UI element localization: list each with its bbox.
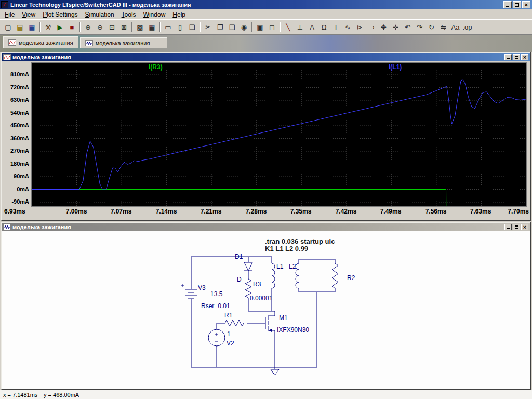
resistor-r2[interactable] — [332, 263, 338, 288]
tab-bar: моделька зажиганиямоделька зажигания — [0, 35, 532, 48]
y-axis-labels: 810mA720mA630mA540mA450mA360mA270mA180mA… — [2, 61, 30, 209]
paste-button[interactable]: ❑ — [226, 21, 238, 33]
inductor-button[interactable]: ∿ — [342, 21, 354, 33]
zoom-full-extents-button[interactable]: ⊠ — [118, 21, 130, 33]
minimize-icon — [506, 6, 509, 7]
restore-icon — [515, 56, 518, 59]
waveform-plot-area[interactable]: 810mA720mA630mA540mA450mA360mA270mA180mA… — [2, 61, 530, 220]
zoom-area-button[interactable]: ⊡ — [106, 21, 118, 33]
redo-button[interactable]: ↷ — [414, 21, 425, 33]
rotate-button[interactable]: ↻ — [425, 21, 437, 33]
battery-v3[interactable] — [181, 284, 197, 299]
save-file-button[interactable]: ▦ — [26, 21, 38, 33]
tab-1-waveform[interactable]: моделька зажигания — [3, 36, 78, 48]
waveform-restore-button[interactable] — [513, 54, 520, 60]
tile-vertical-button[interactable]: ▯ — [174, 21, 186, 33]
spice-directive-coupling[interactable]: K1 L1 L2 0.99 — [265, 245, 308, 252]
label-net-button[interactable]: A — [306, 21, 318, 33]
inductor-l2[interactable] — [296, 263, 299, 288]
waveform-close-button[interactable]: × — [521, 54, 528, 60]
tile-horizontal-button[interactable]: ▭ — [162, 21, 174, 33]
ltspice-application-window: Linear Technology LTspice/SwitcherCAD II… — [0, 0, 532, 399]
waveform-window-titlebar[interactable]: моделька зажигания × — [2, 53, 530, 61]
waveform-window-icon — [3, 54, 11, 60]
capacitor-button[interactable]: ǂ — [330, 21, 342, 33]
run-simulation-button[interactable]: ▶ — [54, 21, 66, 33]
drag-button[interactable]: ✛ — [390, 21, 402, 33]
plot-canvas[interactable]: I(R3)I(L1) — [31, 62, 527, 207]
resistor-r1[interactable] — [225, 320, 244, 326]
schematic-close-button[interactable]: × — [521, 224, 528, 230]
label-l2: L2 — [289, 263, 296, 270]
print-preview-button[interactable]: ◻ — [266, 21, 278, 33]
move-button[interactable]: ✥ — [378, 21, 390, 33]
mosfet-m1[interactable] — [265, 315, 272, 332]
menu-tools[interactable]: Tools — [118, 10, 140, 19]
legend-ir3[interactable]: I(R3) — [149, 63, 163, 71]
grid-toggle-button[interactable]: ▩ — [134, 21, 146, 33]
close-button[interactable]: × — [522, 1, 530, 8]
diode-button[interactable]: ⊳ — [354, 21, 366, 33]
inductor-l1[interactable] — [272, 263, 275, 288]
diode-d1[interactable] — [244, 262, 252, 271]
label-r1-value: 1 — [227, 330, 231, 338]
copy-button[interactable]: ❐ — [214, 21, 226, 33]
menu-simulation[interactable]: Simulation — [82, 10, 118, 19]
label-v3-rser: Rser=0.01 — [201, 302, 230, 310]
schematic-restore-button[interactable] — [513, 224, 520, 230]
ground-button[interactable]: ⊥ — [294, 21, 306, 33]
schematic-canvas[interactable]: .tran 0.036 startup uic K1 L1 L2 0.99 D1… — [2, 231, 530, 389]
mark-data-points-button[interactable]: ▦ — [146, 21, 158, 33]
minimize-button[interactable] — [503, 1, 512, 8]
halt-simulation-button[interactable]: ■ — [66, 21, 78, 33]
menu-file[interactable]: File — [1, 10, 18, 19]
tab-2-schematic[interactable]: моделька зажигания — [80, 37, 167, 48]
spice-directive-tran[interactable]: .tran 0.036 startup uic — [265, 237, 335, 245]
label-m1-value: IXFX90N30 — [277, 326, 309, 334]
menu-bar: FileViewPlot SettingsSimulationToolsWind… — [0, 9, 532, 19]
menu-help[interactable]: Help — [169, 10, 189, 19]
x-axis-tick: 7.14ms — [148, 208, 184, 215]
zoom-out-button[interactable]: ⊖ — [94, 21, 106, 33]
undo-button[interactable]: ↶ — [402, 21, 414, 33]
zoom-in-button[interactable]: ⊕ — [82, 21, 94, 33]
menu-window[interactable]: Window — [140, 10, 169, 19]
cursor-y-readout: y = 468.00mA — [44, 392, 79, 398]
waveform-window-title: моделька зажигания — [12, 54, 503, 60]
resistor-button[interactable]: Ω — [318, 21, 330, 33]
spice-directive-button[interactable]: .op — [461, 21, 473, 33]
open-file-button[interactable]: ▤ — [14, 21, 26, 33]
ground-icon[interactable] — [271, 367, 279, 375]
find-button[interactable]: ◉ — [238, 21, 250, 33]
waveform-tab-icon — [8, 39, 16, 46]
legend-il1[interactable]: I(L1) — [389, 63, 402, 71]
schematic-window-titlebar[interactable]: моделька зажигания × — [2, 223, 530, 231]
control-panel-button[interactable]: ⚒ — [42, 21, 54, 33]
waveform-minimize-button[interactable] — [504, 54, 512, 60]
cascade-windows-button[interactable]: ❏ — [186, 21, 198, 33]
waveform-window: моделька зажигания × 810mA720mA630mA540m… — [1, 52, 531, 221]
close-icon: × — [525, 2, 528, 7]
cut-button[interactable]: ✂ — [202, 21, 214, 33]
x-axis-tick: 7.49ms — [373, 208, 409, 215]
component-button[interactable]: ⊃ — [366, 21, 378, 33]
wire-button[interactable]: ╲ — [282, 21, 294, 33]
x-axis-tick: 7.56ms — [418, 208, 454, 215]
label-r3-value: 0.00001 — [250, 295, 273, 302]
source-v2[interactable] — [208, 329, 225, 346]
toolbar-separator — [131, 22, 132, 32]
label-r3: R3 — [253, 281, 261, 288]
text-button[interactable]: Aa — [449, 21, 461, 33]
print-button[interactable]: ▣ — [254, 21, 266, 33]
menu-view[interactable]: View — [18, 10, 39, 19]
schematic-window: моделька зажигания × — [1, 222, 531, 390]
menu-plot-settings[interactable]: Plot Settings — [39, 10, 81, 19]
title-bar[interactable]: Linear Technology LTspice/SwitcherCAD II… — [0, 0, 532, 9]
y-axis-tick: -90mA — [11, 198, 29, 205]
new-schematic-button[interactable]: ▢ — [2, 21, 14, 33]
maximize-button[interactable] — [513, 1, 521, 8]
schematic-tab-icon — [85, 40, 93, 46]
y-axis-tick: 0mA — [17, 186, 29, 192]
schematic-minimize-button[interactable] — [504, 224, 512, 230]
mirror-button[interactable]: ⇋ — [437, 21, 449, 33]
